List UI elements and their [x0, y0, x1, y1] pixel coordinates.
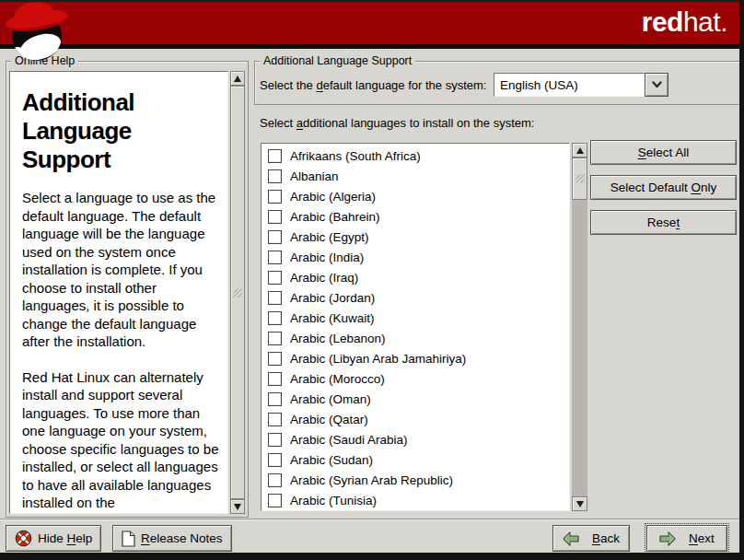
language-row[interactable]: Arabic (Iraq) [262, 267, 569, 287]
language-row[interactable]: Arabic (Jordan) [262, 287, 569, 308]
document-icon [122, 531, 135, 547]
thumb-grip-icon [234, 288, 242, 298]
up-arrow-icon [234, 76, 241, 82]
select-default-only-button[interactable]: Select Default Only [590, 175, 737, 200]
language-checkbox[interactable] [268, 453, 282, 467]
language-label: Afrikaans (South Africa) [290, 149, 421, 163]
language-label: Arabic (Iraq) [290, 271, 358, 285]
language-checkbox[interactable] [268, 494, 282, 508]
language-list[interactable]: Afrikaans (South Africa)AlbanianArabic (… [261, 143, 570, 511]
list-scroll-thumb[interactable] [572, 158, 587, 200]
language-label: Albanian [290, 169, 339, 183]
language-checkbox[interactable] [268, 473, 282, 487]
language-row[interactable]: Arabic (India) [262, 247, 569, 267]
language-label: Arabic (Saudi Arabia) [290, 433, 408, 447]
language-label: Arabic (Bahrein) [290, 210, 380, 224]
footer-separator [0, 519, 744, 519]
language-checkbox[interactable] [268, 352, 282, 366]
language-row[interactable]: Arabic (Oman) [262, 389, 569, 409]
language-checkbox[interactable] [268, 251, 282, 264]
language-checkbox[interactable] [268, 169, 282, 183]
language-label: Arabic (Tunisia) [290, 494, 377, 508]
language-label: Arabic (Qatar) [290, 413, 368, 426]
banner [0, 0, 744, 49]
default-language-label: Select the default language for the syst… [260, 78, 486, 92]
release-notes-button[interactable]: Release Notes [112, 525, 232, 552]
help-scrollbar[interactable] [230, 71, 245, 514]
help-paragraph-2: Red Hat Linux can alternately install an… [22, 368, 222, 512]
additional-language-support-frame-label: Additional Language Support [260, 54, 415, 67]
language-label: Arabic (Sudan) [290, 453, 373, 467]
up-arrow-icon [576, 147, 584, 154]
language-checkbox[interactable] [268, 291, 282, 305]
language-label: Arabic (Oman) [290, 392, 371, 406]
lifebuoy-icon [15, 530, 32, 547]
hide-help-button[interactable]: Hide Help [6, 525, 101, 552]
window-bottom-edge [0, 553, 744, 560]
list-scroll-trough[interactable] [572, 200, 587, 496]
language-checkbox[interactable] [268, 392, 282, 406]
language-row[interactable]: Arabic (Tunisia) [262, 490, 569, 510]
language-row[interactable]: Arabic (Libyan Arab Jamahiriya) [262, 348, 569, 368]
back-button[interactable]: Back [552, 525, 630, 552]
language-row[interactable]: Arabic (Syrian Arab Republic) [262, 470, 569, 490]
language-checkbox[interactable] [268, 332, 282, 345]
language-label: Arabic (Egypt) [290, 230, 369, 244]
language-label: Arabic (Morocco) [290, 372, 385, 386]
language-checkbox[interactable] [268, 433, 282, 447]
language-checkbox[interactable] [268, 271, 282, 285]
language-row[interactable]: Arabic (Bahrein) [262, 206, 569, 227]
down-arrow-icon [576, 501, 584, 508]
language-label: Arabic (Syrian Arab Republic) [290, 473, 453, 487]
next-button[interactable]: Next [646, 525, 727, 552]
language-checkbox[interactable] [268, 210, 282, 224]
next-button-focus-ring: Next [645, 523, 729, 554]
language-row[interactable]: Arabic (Algeria) [262, 186, 569, 206]
language-label: Arabic (India) [290, 251, 364, 264]
language-row[interactable]: Albanian [262, 166, 569, 186]
language-row[interactable]: Arabic (Morocco) [262, 368, 569, 389]
brand-wordmark: redhat. [642, 6, 727, 38]
language-row[interactable]: Arabic (Saudi Arabia) [262, 429, 569, 449]
language-label: Arabic (Kuwait) [290, 311, 375, 325]
down-arrow-icon [234, 504, 241, 510]
default-language-combo[interactable]: English (USA) [494, 73, 668, 97]
language-row[interactable]: Arabic (Sudan) [262, 449, 569, 470]
language-row[interactable]: Afrikaans (South Africa) [262, 146, 569, 166]
language-row[interactable]: Arabic (Kuwait) [262, 308, 569, 328]
language-label: Arabic (Algeria) [290, 190, 376, 204]
language-row[interactable]: Arabic (Lebanon) [262, 328, 569, 348]
help-title: Additional Language Support [22, 88, 222, 174]
thumb-grip-icon [575, 174, 584, 183]
language-row[interactable]: Arabic (Qatar) [262, 409, 569, 429]
next-arrow-icon [659, 531, 676, 546]
language-checkbox[interactable] [268, 311, 282, 325]
language-checkbox[interactable] [268, 372, 282, 386]
help-scroll-thumb[interactable] [230, 86, 245, 499]
redhat-shadowman-logo-icon [4, 2, 72, 63]
combo-value[interactable]: English (USA) [494, 73, 645, 97]
window-right-edge [739, 0, 744, 560]
list-scroll-down-button[interactable] [572, 496, 587, 511]
combo-dropdown-button[interactable] [645, 73, 668, 97]
back-arrow-icon [563, 531, 579, 546]
additional-languages-label: Select additional languages to install o… [260, 116, 534, 130]
language-label: Arabic (Lebanon) [290, 332, 386, 345]
help-scroll-down-button[interactable] [230, 499, 245, 514]
language-row[interactable]: Arabic (Egypt) [262, 227, 569, 247]
help-text-panel: Additional Language Support Select a lan… [9, 71, 228, 514]
language-checkbox[interactable] [268, 230, 282, 244]
language-label: Arabic (Jordan) [290, 291, 375, 305]
language-checkbox[interactable] [268, 190, 282, 204]
reset-button[interactable]: Reset [590, 210, 737, 235]
language-checkbox[interactable] [268, 149, 282, 163]
list-scroll-up-button[interactable] [572, 143, 587, 158]
chevron-down-icon [652, 81, 662, 88]
select-all-button[interactable]: Select All [590, 140, 737, 165]
language-label: Arabic (Libyan Arab Jamahiriya) [290, 352, 466, 366]
help-scroll-up-button[interactable] [230, 71, 245, 86]
language-checkbox[interactable] [268, 413, 282, 426]
language-list-scrollbar[interactable] [572, 143, 587, 511]
language-listbox: Afrikaans (South Africa)AlbanianArabic (… [261, 143, 587, 511]
help-paragraph-1: Select a language to use as the default … [22, 189, 222, 351]
